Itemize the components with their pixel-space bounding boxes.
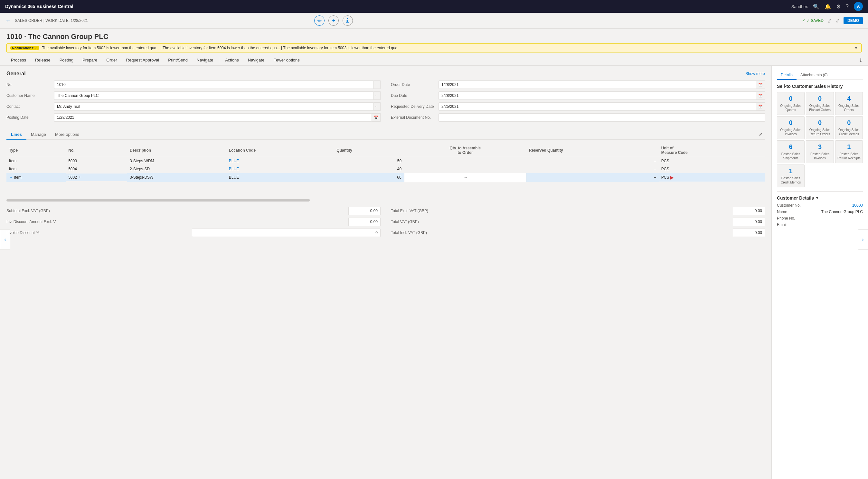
- horizontal-scrollbar[interactable]: [6, 199, 765, 201]
- field-no-btn[interactable]: ···: [373, 81, 380, 89]
- field-external-doc-input[interactable]: [438, 113, 765, 122]
- menu-prepare[interactable]: Prepare: [78, 55, 102, 66]
- delete-button[interactable]: 🗑: [343, 15, 353, 26]
- info-icon[interactable]: ℹ: [860, 58, 862, 63]
- field-due-date-cal-btn[interactable]: 📅: [756, 91, 765, 100]
- menu-process[interactable]: Process: [6, 55, 31, 66]
- sh-cell-blanket-orders[interactable]: 0 Ongoing Sales Blanket Orders: [806, 92, 834, 115]
- cd-customer-no-value[interactable]: 10000: [852, 203, 863, 207]
- share-icon[interactable]: ⤤: [828, 18, 832, 24]
- cell-no: 5004: [66, 165, 127, 173]
- field-customer-name-label: Customer Name: [6, 93, 52, 98]
- nav-arrow-next[interactable]: ›: [858, 229, 868, 250]
- notification-expand-icon[interactable]: ▼: [854, 46, 858, 50]
- field-order-date-input[interactable]: [438, 81, 756, 89]
- form-right-col: Order Date 📅 Due Date 📅 Requested Delive…: [391, 81, 765, 124]
- cell-uom: PCS ▶: [659, 173, 765, 182]
- lines-section: Lines Manage More options ⤢ Type No. Des…: [6, 129, 765, 201]
- field-contact: Contact ···: [6, 102, 380, 111]
- field-posting-date-cal-btn[interactable]: 📅: [372, 113, 380, 122]
- user-avatar[interactable]: A: [854, 2, 863, 11]
- field-contact-input[interactable]: [54, 102, 373, 111]
- sub-header: ← SALES ORDER | WORK DATE: 1/28/2021 ✏ +…: [0, 13, 868, 29]
- menu-navigate-1[interactable]: Navigate: [192, 55, 218, 66]
- check-icon: ✓: [802, 18, 805, 23]
- sh-cell-empty-2: [835, 164, 863, 187]
- table-row[interactable]: → Item 5002 ⋮ 3-Steps-DSW BLUE 60 ··· – …: [6, 173, 765, 182]
- sh-cell-posted-invoices[interactable]: 3 Posted Sales Invoices: [806, 140, 834, 163]
- field-no-input[interactable]: [54, 81, 373, 89]
- nav-arrow-prev[interactable]: ‹: [0, 229, 10, 250]
- notification-icon[interactable]: 🔔: [825, 4, 831, 10]
- field-contact-btn[interactable]: ···: [373, 102, 380, 111]
- invoice-discount-input[interactable]: [192, 229, 380, 237]
- sh-cell-invoices[interactable]: 0 Ongoing Sales Invoices: [777, 116, 805, 139]
- col-no: No.: [66, 144, 127, 157]
- divider: [777, 191, 863, 192]
- cell-arrow: → Item: [6, 173, 66, 182]
- edit-button[interactable]: ✏: [314, 15, 324, 26]
- sh-grid-row4: 1 Posted Sales Credit Memos: [777, 164, 863, 187]
- menu-print-send[interactable]: Print/Send: [163, 55, 192, 66]
- table-row-empty: [6, 182, 765, 190]
- help-icon[interactable]: ?: [846, 4, 849, 9]
- field-external-doc-label: External Document No.: [391, 115, 436, 120]
- tab-manage[interactable]: Manage: [26, 129, 51, 140]
- expand-icon[interactable]: ⤢: [835, 18, 840, 24]
- menu-fewer-options[interactable]: Fewer options: [269, 55, 304, 66]
- rp-tab-attachments[interactable]: Attachments (0): [797, 71, 832, 80]
- search-icon[interactable]: 🔍: [813, 4, 819, 10]
- tab-lines[interactable]: Lines: [6, 129, 26, 140]
- sh-cell-posted-shipments[interactable]: 6 Posted Sales Shipments: [777, 140, 805, 163]
- cell-qty: 60: [334, 173, 404, 182]
- field-order-date-cal-btn[interactable]: 📅: [756, 81, 765, 89]
- demo-badge: DEMO: [843, 17, 863, 24]
- sh-cell-credit-memos[interactable]: 0 Ongoing Sales Credit Memos: [835, 116, 863, 139]
- menu-order[interactable]: Order: [102, 55, 121, 66]
- settings-icon[interactable]: ⚙: [836, 4, 841, 10]
- back-button[interactable]: ←: [5, 18, 11, 24]
- sh-cell-posted-return-receipts[interactable]: 1 Posted Sales Return Receipts: [835, 140, 863, 163]
- add-button[interactable]: +: [329, 15, 339, 26]
- cell-uom: PCS: [659, 157, 765, 165]
- total-incl: Total Incl. VAT (GBP) 0.00: [391, 229, 765, 237]
- total-incl-value: 0.00: [733, 229, 765, 237]
- chevron-down-icon[interactable]: ▼: [815, 196, 819, 200]
- menu-posting[interactable]: Posting: [55, 55, 78, 66]
- lines-expand-btn[interactable]: ⤢: [756, 129, 765, 139]
- table-row[interactable]: Item 5003 3-Steps-WDM BLUE 50 – PCS: [6, 157, 765, 165]
- sh-cell-orders[interactable]: 4 Ongoing Sales Orders: [835, 92, 863, 115]
- menu-navigate-2[interactable]: Navigate: [243, 55, 269, 66]
- menu-release[interactable]: Release: [31, 55, 55, 66]
- notification-text: The available inventory for item 5002 is…: [42, 46, 851, 50]
- cd-customer-no-label: Customer No.: [777, 203, 801, 207]
- field-posting-date-input[interactable]: [54, 113, 372, 122]
- field-due-date-input[interactable]: [438, 91, 756, 100]
- cell-qty: 50: [334, 157, 404, 165]
- field-external-doc: External Document No.: [391, 113, 765, 122]
- cell-desc: 3-Steps-DSW: [127, 173, 226, 182]
- cell-desc: 2-Steps-SD: [127, 165, 226, 173]
- cell-desc: 3-Steps-WDM: [127, 157, 226, 165]
- cell-reserved: –: [526, 157, 659, 165]
- rp-tab-details[interactable]: Details: [777, 71, 797, 80]
- page-title: 1010 · The Cannon Group PLC: [6, 33, 862, 41]
- cell-assemble[interactable]: ···: [404, 173, 526, 182]
- tab-more-options[interactable]: More options: [51, 129, 84, 140]
- field-customer-name-input[interactable]: [54, 91, 373, 100]
- field-requested-delivery-input[interactable]: [438, 102, 756, 111]
- total-vat-value: 0.00: [733, 218, 765, 226]
- sh-cell-return-orders[interactable]: 0 Ongoing Sales Return Orders: [806, 116, 834, 139]
- main-layout: General Show more No. ··· Customer Name: [0, 66, 868, 479]
- sales-history-title: Sell-to Customer Sales History: [777, 84, 863, 89]
- field-requested-delivery-cal-btn[interactable]: 📅: [756, 102, 765, 111]
- table-row[interactable]: Item 5004 2-Steps-SD BLUE 40 – PCS: [6, 165, 765, 173]
- sh-cell-posted-credit-memos[interactable]: 1 Posted Sales Credit Memos: [777, 164, 805, 187]
- show-more-link[interactable]: Show more: [745, 71, 765, 76]
- inv-discount-label: Inv. Discount Amount Excl. V...: [6, 220, 346, 224]
- totals-section: Subtotal Excl. VAT (GBP) 0.00 Total Excl…: [6, 207, 765, 237]
- menu-request-approval[interactable]: Request Approval: [122, 55, 164, 66]
- field-customer-name-btn[interactable]: ···: [373, 91, 380, 100]
- sh-cell-quotes[interactable]: 0 Ongoing Sales Quotes: [777, 92, 805, 115]
- menu-actions[interactable]: Actions: [221, 55, 243, 66]
